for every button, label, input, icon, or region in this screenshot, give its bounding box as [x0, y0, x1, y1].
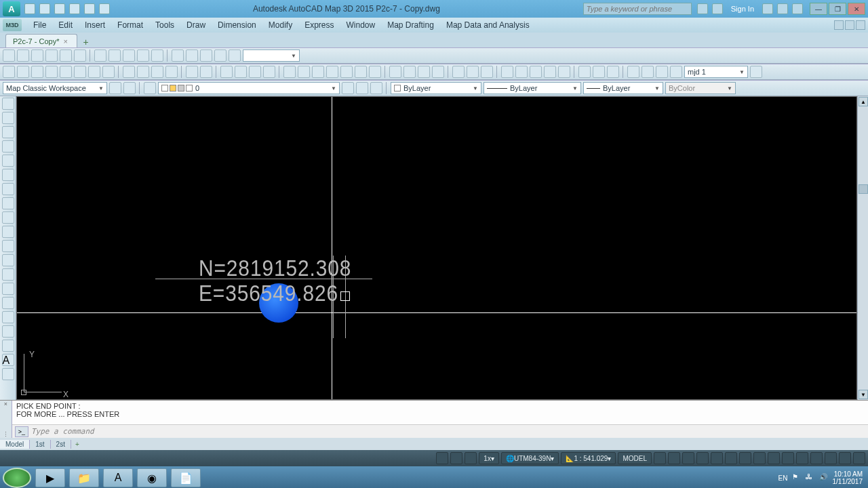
tb-icon[interactable]	[627, 66, 639, 78]
dim-radius-icon[interactable]	[452, 66, 465, 78]
zoom-rt-icon[interactable]	[235, 66, 247, 78]
sb-icon[interactable]	[810, 452, 823, 464]
redo-icon[interactable]	[200, 66, 212, 78]
point-icon[interactable]	[2, 283, 14, 295]
sb-icon[interactable]	[711, 452, 723, 464]
ellipsearc-icon[interactable]	[2, 240, 14, 252]
menu-window[interactable]: Window	[340, 20, 382, 30]
pan-icon[interactable]	[220, 66, 233, 78]
copy-icon[interactable]	[137, 66, 149, 78]
line-icon[interactable]	[2, 98, 14, 110]
vertical-scrollbar[interactable]: ▲ ▼	[857, 96, 868, 400]
anno-scale[interactable]: 📐 1 : 541.029 ▾	[561, 452, 616, 464]
taskbar-mediaplayer[interactable]: ▶	[35, 468, 65, 487]
open-icon[interactable]	[17, 66, 29, 78]
tb-icon[interactable]	[2, 368, 14, 380]
tray-flag-icon[interactable]: ⚑	[792, 473, 802, 483]
minimize-button[interactable]: —	[810, 3, 827, 15]
tab-layout2[interactable]: 2st	[51, 440, 71, 449]
lineweight-combo[interactable]: ByLayer▼	[583, 82, 663, 94]
tb-icon[interactable]	[558, 66, 570, 78]
taskbar-notepad[interactable]: 📄	[171, 468, 201, 487]
tb-icon[interactable]	[369, 66, 381, 78]
region-icon[interactable]	[2, 325, 14, 338]
layer-freeze-icon[interactable]	[45, 49, 58, 62]
tb-icon[interactable]	[283, 66, 296, 78]
zoom-level[interactable]: 1x ▾	[479, 452, 499, 464]
coord-system[interactable]: 🌐 UTM84-39N ▾	[501, 452, 559, 464]
plot-icon[interactable]	[45, 66, 58, 78]
tab-model[interactable]: Model	[0, 440, 30, 449]
sb-icon[interactable]	[739, 452, 751, 464]
revcloud-icon[interactable]	[2, 197, 14, 209]
autodesk360-icon[interactable]	[712, 3, 723, 14]
paste-icon[interactable]	[151, 66, 163, 78]
tb-icon[interactable]	[530, 66, 542, 78]
layer-off-icon[interactable]	[31, 49, 43, 62]
tb-icon[interactable]	[544, 66, 556, 78]
tb-icon[interactable]	[214, 49, 226, 62]
sb-icon[interactable]	[825, 452, 837, 464]
taskbar-autocad[interactable]: A	[103, 468, 133, 487]
scroll-thumb[interactable]	[859, 184, 868, 194]
taskbar-explorer[interactable]: 📁	[69, 468, 99, 487]
dim-ord-icon[interactable]	[432, 66, 444, 78]
menu-edit[interactable]: Edit	[52, 20, 79, 30]
new-icon[interactable]	[3, 66, 15, 78]
sb-icon[interactable]	[782, 452, 794, 464]
scroll-down-icon[interactable]: ▼	[859, 390, 868, 399]
tb-icon[interactable]	[123, 82, 136, 94]
tb-icon[interactable]	[229, 49, 241, 62]
maximize-button[interactable]: ❐	[829, 3, 846, 15]
tb-icon[interactable]	[342, 82, 354, 94]
tb-icon[interactable]	[298, 66, 310, 78]
file-tab-new[interactable]: +	[80, 37, 91, 47]
sb-icon[interactable]	[753, 452, 766, 464]
ellipse-icon[interactable]	[2, 226, 14, 238]
save-icon[interactable]	[31, 66, 43, 78]
menu-mapdrafting[interactable]: Map Drafting	[381, 20, 440, 30]
layer-unlock-icon[interactable]	[74, 49, 86, 62]
start-button[interactable]	[3, 468, 31, 488]
close-button[interactable]: ✕	[848, 3, 865, 15]
tb-icon[interactable]	[670, 66, 682, 78]
tb-icon[interactable]	[88, 66, 100, 78]
cut-icon[interactable]	[123, 66, 135, 78]
workspace-settings-icon[interactable]	[109, 82, 121, 94]
command-prompt-icon[interactable]: >_	[15, 426, 28, 437]
menu-dimension[interactable]: Dimension	[212, 20, 262, 30]
rectangle-icon[interactable]	[2, 155, 14, 167]
tray-lang[interactable]: EN	[778, 474, 788, 482]
redo-icon[interactable]	[84, 3, 95, 14]
tb-icon[interactable]	[370, 82, 382, 94]
new-icon[interactable]	[24, 3, 35, 14]
menu-insert[interactable]: Insert	[79, 20, 111, 30]
layer-tool-icon[interactable]	[3, 49, 15, 62]
menu-tools[interactable]: Tools	[149, 20, 180, 30]
taskbar-chrome[interactable]: ◉	[137, 468, 167, 487]
help-icon[interactable]	[792, 3, 803, 14]
block-icon[interactable]	[2, 268, 14, 281]
tb-icon[interactable]	[200, 49, 212, 62]
grid-icon[interactable]	[436, 452, 448, 464]
tb-icon[interactable]	[356, 82, 368, 94]
preview-icon[interactable]	[60, 66, 72, 78]
tb-icon[interactable]	[186, 49, 198, 62]
infer-icon[interactable]	[465, 452, 477, 464]
layer-iso-icon[interactable]	[17, 49, 29, 62]
layer-manager-icon[interactable]	[144, 82, 156, 94]
tb-icon[interactable]	[326, 66, 338, 78]
save-icon[interactable]	[54, 3, 65, 14]
tb-icon[interactable]	[515, 66, 528, 78]
command-history[interactable]: PICK END POINT : FOR MORE ... PRESS ENTE…	[12, 401, 868, 424]
tb-icon[interactable]	[108, 49, 121, 62]
sb-icon[interactable]	[725, 452, 737, 464]
linetype-combo[interactable]: ByLayer▼	[484, 82, 581, 94]
dim-dia-icon[interactable]	[467, 66, 479, 78]
scroll-up-icon[interactable]: ▲	[859, 97, 868, 106]
layer-lock-icon[interactable]	[60, 49, 72, 62]
file-tab-active[interactable]: P2c-7 - Copy* ×	[5, 34, 77, 47]
dim-aligned-icon[interactable]	[403, 66, 416, 78]
insert-icon[interactable]	[2, 254, 14, 266]
sb-icon[interactable]	[796, 452, 808, 464]
